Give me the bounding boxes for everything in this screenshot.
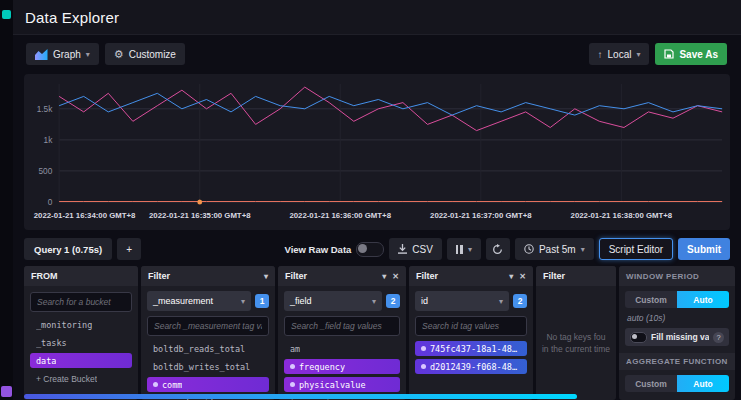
selected-dot-icon	[290, 364, 295, 369]
pause-button[interactable]: ▾	[447, 238, 481, 260]
from-panel: FROM _monitoring _tasks data	[24, 266, 138, 400]
close-icon[interactable]: ✕	[392, 272, 399, 281]
query-builder: FROM _monitoring _tasks data	[24, 266, 735, 400]
refresh-button[interactable]	[486, 238, 510, 260]
from-panel-header: FROM	[24, 266, 138, 286]
measurement-list: boltdb_reads_total boltdb_writes_total c…	[141, 341, 275, 400]
graph-panel[interactable]: 1.5k1k50002022-01-21 16:34:00 GMT+82022-…	[24, 74, 730, 230]
chevron-down-icon: ▾	[86, 50, 90, 59]
line-chart[interactable]: 1.5k1k50002022-01-21 16:34:00 GMT+82022-…	[26, 76, 728, 228]
bucket-list-item[interactable]: _monitoring	[30, 317, 132, 332]
filter-panel-header: Filter ▾ ✕	[278, 266, 406, 286]
horizontal-scrollbar[interactable]	[24, 394, 577, 399]
chevron-down-icon[interactable]: ▾	[509, 272, 513, 281]
selected-dot-icon	[421, 364, 426, 369]
chevron-down-icon: ▾	[636, 50, 640, 59]
influxdb-logo-icon[interactable]	[2, 10, 11, 19]
selected-count-badge: 2	[513, 294, 527, 308]
fill-missing-values-row[interactable]: Fill missing values ?	[625, 328, 729, 346]
aggregate-function-header: AGGREGATE FUNCTION	[619, 353, 735, 370]
download-csv-button[interactable]: CSV	[389, 238, 442, 260]
from-title: FROM	[31, 271, 58, 281]
tag-key-label: _field	[290, 296, 312, 306]
window-period-header: WINDOW PERIOD	[619, 266, 735, 286]
svg-text:2022-01-21 16:37:00 GMT+8: 2022-01-21 16:37:00 GMT+8	[430, 211, 532, 220]
view-type-label: Graph	[53, 49, 81, 60]
filter-panel-measurement: Filter ▾ _measurement ▾ 1 boltdb_reads_t	[141, 266, 275, 400]
page-title: Data Explorer	[25, 9, 119, 26]
filter-panel-header: Filter ▾ ✕	[409, 266, 533, 286]
fill-missing-values-toggle[interactable]	[630, 332, 647, 343]
customize-button[interactable]: ⚙ Customize	[105, 43, 185, 65]
bucket-list: _monitoring _tasks data + Create Bucket	[24, 317, 138, 400]
id-search-input[interactable]	[415, 316, 527, 336]
bucket-list-item[interactable]: + Create Bucket	[30, 371, 132, 386]
selected-dot-icon	[290, 382, 295, 387]
view-raw-data-label: View Raw Data	[284, 244, 351, 255]
user-avatar[interactable]	[1, 386, 12, 397]
svg-text:500: 500	[39, 166, 53, 176]
script-editor-button[interactable]: Script Editor	[599, 238, 673, 260]
tag-key-dropdown[interactable]: _measurement ▾	[147, 291, 251, 311]
svg-text:2022-01-21 16:36:00 GMT+8: 2022-01-21 16:36:00 GMT+8	[289, 211, 391, 220]
plus-icon: +	[126, 244, 132, 255]
refresh-icon	[492, 244, 503, 255]
tag-value-item[interactable]: boltdb_writes_total	[147, 359, 269, 374]
bucket-list-item[interactable]: _tasks	[30, 335, 132, 350]
window-period-body: Custom Auto auto (10s) Fill missing valu…	[619, 286, 735, 400]
svg-text:2022-01-21 16:35:00 GMT+8: 2022-01-21 16:35:00 GMT+8	[149, 211, 251, 220]
tag-value-item[interactable]: comm	[147, 377, 269, 392]
filter-panel-field: Filter ▾ ✕ _field ▾ 2	[278, 266, 406, 400]
tag-value-item[interactable]: frequency	[284, 359, 400, 374]
local-dropdown[interactable]: ↑ Local ▾	[589, 43, 650, 65]
tag-value-item[interactable]: am	[284, 341, 400, 356]
page-header: Data Explorer	[13, 0, 741, 35]
tag-value-item[interactable]: boltdb_reads_total	[147, 341, 269, 356]
toggle-knob	[358, 244, 367, 253]
query-toolbar: Query 1 (0.75s) + View Raw Data CSV ▾	[24, 238, 730, 260]
bucket-list-item[interactable]: data	[30, 353, 132, 368]
local-label: Local	[608, 49, 632, 60]
customize-label: Customize	[129, 49, 176, 60]
query-tab-label: Query 1 (0.75s)	[34, 244, 102, 255]
time-range-dropdown[interactable]: Past 5m ▾	[515, 238, 594, 260]
filter-title: Filter	[148, 271, 170, 281]
aggregate-auto-button[interactable]: Auto	[677, 375, 729, 392]
tag-key-label: id	[421, 296, 428, 306]
measurement-search-input[interactable]	[147, 316, 269, 336]
window-custom-button[interactable]: Custom	[625, 291, 677, 308]
left-nav-rail[interactable]	[0, 0, 13, 400]
view-raw-data-toggle[interactable]	[356, 242, 384, 257]
aggregate-custom-button[interactable]: Custom	[625, 375, 677, 392]
filter-panel-header: Filter	[536, 266, 616, 286]
field-search-input[interactable]	[284, 316, 400, 336]
script-editor-label: Script Editor	[609, 244, 663, 255]
save-as-button[interactable]: Save As	[655, 43, 727, 65]
submit-button[interactable]: Submit	[678, 238, 730, 260]
save-as-label: Save As	[679, 49, 718, 60]
tag-value-item[interactable]: d2012439-f068-4842-bfef-8…	[415, 359, 527, 374]
window-period-segmented: Custom Auto	[625, 291, 729, 308]
selected-count-badge: 1	[255, 294, 269, 308]
tag-value-item[interactable]: 745fc437-18a1-48d7-98a6-7…	[415, 341, 527, 356]
query-tab[interactable]: Query 1 (0.75s)	[24, 238, 112, 260]
chevron-down-icon[interactable]: ▾	[264, 272, 268, 281]
add-query-button[interactable]: +	[117, 238, 141, 260]
svg-text:0: 0	[48, 197, 53, 207]
view-type-dropdown[interactable]: Graph ▾	[26, 43, 99, 65]
tag-key-dropdown[interactable]: _field ▾	[284, 291, 382, 311]
save-icon	[664, 49, 674, 59]
svg-text:2022-01-21 16:38:00 GMT+8: 2022-01-21 16:38:00 GMT+8	[571, 211, 673, 220]
id-list: 745fc437-18a1-48d7-98a6-7… d2012439-f068…	[409, 341, 533, 400]
tag-key-dropdown[interactable]: id ▾	[415, 291, 509, 311]
bucket-search-input[interactable]	[30, 292, 132, 312]
window-period-title: WINDOW PERIOD	[626, 272, 699, 281]
help-icon[interactable]: ?	[713, 332, 724, 343]
filter-panel-id: Filter ▾ ✕ id ▾ 2	[409, 266, 533, 400]
filter-title: Filter	[543, 271, 565, 281]
tag-value-item[interactable]: physicalvalue	[284, 377, 400, 392]
close-icon[interactable]: ✕	[519, 272, 526, 281]
chevron-down-icon[interactable]: ▾	[382, 272, 386, 281]
window-auto-button[interactable]: Auto	[677, 291, 729, 308]
fill-missing-values-label: Fill missing values	[651, 332, 709, 342]
